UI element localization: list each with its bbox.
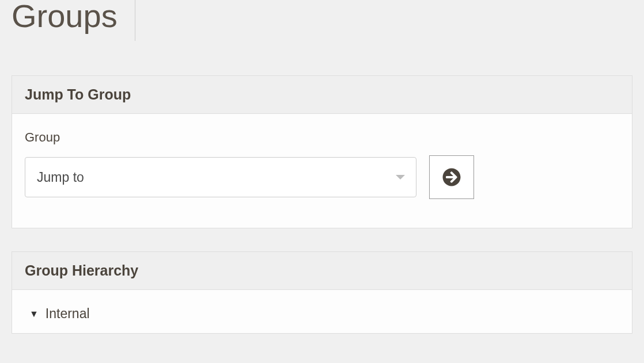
page-title: Groups	[12, 0, 135, 41]
group-hierarchy-panel: Group Hierarchy ▼ Internal	[12, 251, 632, 334]
group-select-wrap: Jump to	[25, 157, 416, 197]
group-hierarchy-panel-header: Group Hierarchy	[12, 252, 632, 290]
jump-to-group-panel-title: Jump To Group	[25, 86, 619, 103]
group-hierarchy-panel-body: ▼ Internal	[12, 290, 632, 333]
go-button[interactable]	[429, 155, 474, 199]
arrow-circle-right-icon	[442, 168, 461, 186]
group-field-label: Group	[25, 130, 619, 145]
tree-item-internal[interactable]: ▼ Internal	[25, 306, 619, 322]
group-select-value: Jump to	[37, 170, 84, 185]
jump-to-group-panel-body: Group Jump to	[12, 114, 632, 228]
page-header: Groups	[12, 0, 632, 41]
tree-collapse-icon[interactable]: ▼	[29, 309, 39, 319]
jump-to-group-panel: Jump To Group Group Jump to	[12, 75, 632, 228]
tree-item-label: Internal	[46, 306, 90, 322]
group-select[interactable]: Jump to	[25, 157, 416, 197]
group-hierarchy-panel-title: Group Hierarchy	[25, 262, 619, 279]
jump-to-group-panel-header: Jump To Group	[12, 76, 632, 114]
jump-to-group-row: Jump to	[25, 155, 619, 199]
